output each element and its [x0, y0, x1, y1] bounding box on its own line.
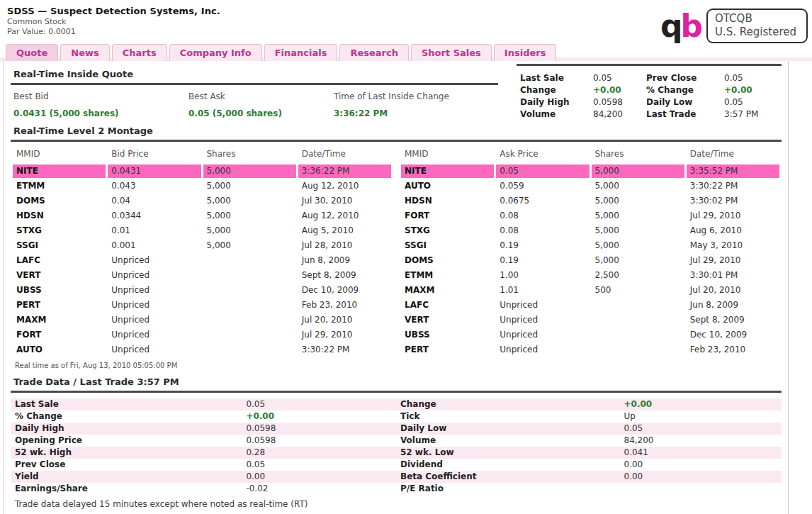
tab-bar: QuoteNewsChartsCompany InfoFinancialsRes…	[0, 43, 812, 61]
shares-cell	[592, 313, 684, 327]
datetime-cell: 3:30:22 PM	[687, 179, 779, 193]
tab-insiders[interactable]: Insiders	[494, 44, 557, 61]
tab-quote[interactable]: Quote	[6, 44, 58, 61]
summary-value: 0.05	[593, 72, 646, 84]
mmid-cell: NITE	[13, 164, 106, 178]
datetime-cell: Jul 29, 2010	[687, 209, 779, 223]
mmid-cell: UBSS	[401, 328, 494, 342]
mmid-cell: LAFC	[401, 298, 494, 312]
datetime-cell: Aug 5, 2010	[298, 224, 391, 238]
header: SDSS — Suspect Detection Systems, Inc. C…	[0, 0, 812, 43]
trade-label: % Change	[11, 410, 242, 423]
best-bid-field: Best Bid 0.0431 (5,000 shares)	[13, 91, 188, 118]
best-ask-field: Best Ask 0.05 (5,000 shares)	[188, 91, 334, 118]
trade-value: 0.041	[620, 447, 782, 459]
shares-cell: 5,000	[592, 254, 684, 267]
tab-company-info[interactable]: Company Info	[169, 44, 262, 61]
ask-row: HDSN0.06755,0003:30:02 PM	[401, 194, 779, 208]
shares-cell: 5,000	[203, 194, 296, 208]
datetime-cell: Feb 23, 2010	[298, 298, 391, 312]
shares-cell: 5,000	[203, 239, 296, 252]
tab-research[interactable]: Research	[339, 44, 409, 61]
shares-cell: 5,000	[203, 164, 296, 178]
ask-table: MMIDAsk PriceSharesDate/TimeNITE0.055,00…	[399, 142, 782, 358]
column-header-date-time: Date/Time	[687, 143, 779, 163]
column-header-ask-price: Ask Price	[496, 143, 589, 163]
ask-row: FORT0.085,000Jul 29, 2010	[401, 209, 779, 223]
summary-value: 0.05	[724, 72, 782, 84]
shares-cell: 5,000	[203, 209, 296, 223]
otcqb-badge: OTCQB U.S. Registered	[706, 9, 808, 43]
trade-value: 0.05	[242, 398, 396, 410]
trade-value: 0.05	[242, 459, 396, 471]
datetime-cell: Feb 23, 2010	[687, 343, 779, 357]
best-bid-label: Best Bid	[13, 91, 188, 101]
datetime-cell: Jul 29, 2010	[687, 254, 779, 267]
price-cell: 0.04	[108, 194, 201, 208]
mmid-cell: DOMS	[401, 254, 494, 267]
bid-row: AUTOUnpriced3:30:22 PM	[13, 343, 391, 357]
bid-row: STXG0.015,000Aug 5, 2010	[13, 224, 391, 238]
ask-row: STXG0.085,000Aug 6, 2010	[401, 224, 779, 238]
price-cell: Unpriced	[108, 269, 201, 282]
price-cell: Unpriced	[108, 284, 201, 297]
otcqb-q-glyph: q	[660, 12, 681, 40]
datetime-cell: 3:30:01 PM	[687, 269, 779, 282]
shares-cell	[203, 298, 296, 312]
tab-short-sales[interactable]: Short Sales	[411, 44, 492, 61]
shares-cell	[203, 313, 296, 327]
datetime-cell: Sept 8, 2009	[687, 313, 779, 327]
price-cell: 0.08	[496, 209, 589, 223]
mmid-cell: STXG	[13, 224, 106, 238]
shares-cell	[592, 298, 684, 312]
bid-row: HDSN0.03445,000Aug 12, 2010	[13, 209, 391, 223]
tab-charts[interactable]: Charts	[112, 44, 167, 61]
trade-label: Beta Coefficient	[396, 471, 620, 483]
datetime-cell: Dec 10, 2009	[298, 284, 391, 297]
price-cell: 0.05	[496, 164, 589, 178]
trade-row: Opening Price0.0598Volume84,200	[11, 435, 782, 447]
trade-value: 0.00	[620, 471, 782, 483]
trade-value: 0.28	[242, 447, 396, 459]
bid-row: MAXMUnpricedJul 20, 2010	[13, 313, 391, 327]
price-cell: 0.001	[108, 239, 201, 252]
mmid-cell: LAFC	[13, 254, 106, 267]
trade-value: 0.0598	[242, 435, 396, 447]
trade-label: Daily Low	[396, 423, 620, 435]
mmid-cell: VERT	[13, 269, 106, 282]
trade-label: Tick	[396, 410, 620, 423]
shares-cell	[592, 328, 684, 342]
datetime-cell: Aug 12, 2010	[298, 209, 391, 223]
datetime-cell: Dec 10, 2009	[687, 328, 779, 342]
summary-label: Daily Low	[646, 96, 724, 108]
bid-row: ETMM0.0435,000Aug 12, 2010	[13, 179, 391, 193]
tab-financials[interactable]: Financials	[264, 44, 338, 61]
trade-data-title: Trade Data / Last Trade 3:57 PM	[11, 371, 782, 393]
datetime-cell: Jul 28, 2010	[298, 239, 391, 252]
datetime-cell: Jun 8, 2009	[298, 254, 391, 267]
mmid-cell: MAXM	[13, 313, 106, 327]
content-frame: Real-Time Inside Quote Best Bid 0.0431 (…	[4, 61, 789, 514]
trade-label: 52 wk. High	[11, 447, 242, 459]
tab-news[interactable]: News	[60, 44, 109, 61]
ask-row: VERTUnpricedSept 8, 2009	[401, 313, 779, 327]
shares-cell: 5,000	[592, 179, 684, 193]
otcqb-logo[interactable]: q b OTCQB U.S. Registered	[660, 9, 808, 43]
bid-row: DOMS0.045,000Jul 30, 2010	[13, 194, 391, 208]
summary-value: +0.00	[593, 84, 646, 96]
trade-value: 84,200	[620, 435, 782, 447]
shares-cell	[203, 284, 296, 297]
price-cell: Unpriced	[108, 313, 201, 327]
shares-cell: 5,000	[203, 179, 296, 193]
otcqb-badge-line1: OTCQB	[715, 12, 796, 26]
datetime-cell: 3:30:02 PM	[687, 194, 779, 208]
mmid-cell: NITE	[401, 164, 494, 178]
mmid-cell: AUTO	[401, 179, 494, 193]
mmid-cell: SSGI	[13, 239, 106, 252]
shares-cell: 2,500	[592, 269, 684, 282]
ask-row: SSGI0.195,000May 3, 2010	[401, 239, 779, 252]
trade-value: -0.02	[242, 483, 396, 495]
price-cell: Unpriced	[496, 328, 589, 342]
shares-cell	[203, 328, 296, 342]
trade-label: Yield	[11, 471, 242, 483]
